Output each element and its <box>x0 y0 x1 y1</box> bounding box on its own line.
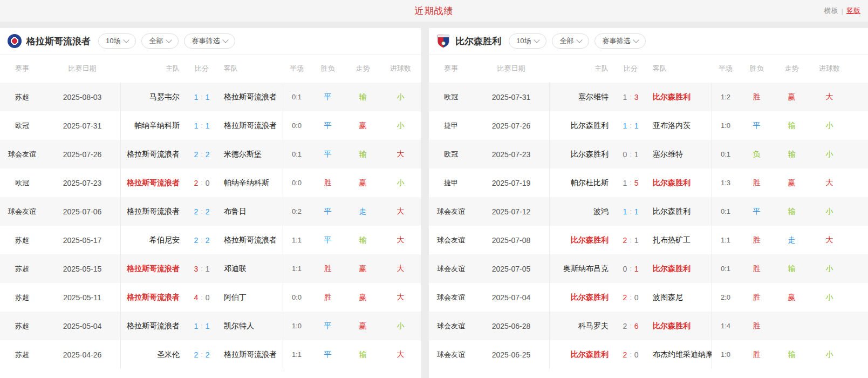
halftime-cell: 0:1 <box>712 254 739 283</box>
match-row[interactable]: 球会友谊 2025-07-06 格拉斯哥流浪者 2:2 布鲁日 0:2 平 走 … <box>0 197 421 226</box>
match-row[interactable]: 球会友谊 2025-06-28 科马罗夫 2:6 比尔森胜利 1:4 胜 <box>429 312 868 340</box>
table-header: 赛事 比赛日期 主队 比分 客队 半场 胜负 走势 进球数 <box>429 55 868 83</box>
date-cell: 2025-05-17 <box>44 226 120 254</box>
scope-dropdown[interactable]: 全部 <box>141 33 179 49</box>
result-cell: 胜 <box>739 83 774 111</box>
home-team: 格拉斯哥流浪者 <box>121 178 185 188</box>
horizontal-layout-link[interactable]: 横板 <box>824 6 838 16</box>
competition-cell: 欧冠 <box>0 111 44 140</box>
home-team: 圣米伦 <box>121 350 185 360</box>
trend-cell: 赢 <box>774 83 809 111</box>
competition-cell: 苏超 <box>0 226 44 254</box>
match-row[interactable]: 欧冠 2025-07-23 比尔森胜利 0:1 塞尔维特 0:1 负 输 小 <box>429 140 868 168</box>
match-row[interactable]: 球会友谊 2025-07-26 格拉斯哥流浪者 2:2 米德尔斯堡 0:1 平 … <box>0 140 421 168</box>
score: 1:1 <box>185 93 218 102</box>
goals-cell: 小 <box>380 168 421 197</box>
competition-filter-dropdown[interactable]: 赛事筛选 <box>184 33 235 49</box>
competition-cell: 球会友谊 <box>0 197 44 226</box>
competition-cell: 苏超 <box>0 83 44 111</box>
date-cell: 2025-07-04 <box>473 283 549 312</box>
away-team: 布杰约维采迪纳摩 <box>647 350 712 360</box>
match-cell: 比尔森胜利 2:0 波图森尼 <box>549 283 712 312</box>
result-cell: 胜 <box>739 340 774 369</box>
away-team: 米德尔斯堡 <box>218 150 283 159</box>
competition-filter-dropdown[interactable]: 赛事筛选 <box>594 33 646 49</box>
goals-cell: 大 <box>380 197 421 226</box>
halftime-cell: 1:1 <box>712 226 739 254</box>
competition-cell: 球会友谊 <box>429 197 473 226</box>
col-trend: 走势 <box>774 55 809 83</box>
result-cell: 胜 <box>310 168 345 197</box>
home-team: 科马罗夫 <box>550 321 614 331</box>
halftime-cell: 1:1 <box>283 226 310 254</box>
match-row[interactable]: 球会友谊 2025-07-08 比尔森胜利 2:1 扎布热矿工 1:1 胜 走 … <box>429 226 868 254</box>
date-cell: 2025-07-26 <box>473 111 549 140</box>
scope-dropdown[interactable]: 全部 <box>552 33 589 49</box>
match-count-value: 10场 <box>106 36 120 46</box>
match-row[interactable]: 苏超 2025-05-04 格拉斯哥流浪者 1:1 凯尔特人 1:0 平 赢 小 <box>0 312 421 340</box>
match-row[interactable]: 球会友谊 2025-07-04 比尔森胜利 2:0 波图森尼 2:0 胜 赢 小 <box>429 283 868 312</box>
trend-cell: 输 <box>774 111 809 140</box>
goals-cell: 小 <box>809 254 850 283</box>
trend-cell: 输 <box>774 140 809 168</box>
match-count-dropdown[interactable]: 10场 <box>98 33 136 49</box>
score: 2:2 <box>185 207 218 216</box>
halftime-cell: 1:1 <box>283 254 310 283</box>
date-cell: 2025-07-08 <box>473 226 549 254</box>
page-title: 近期战绩 <box>0 5 868 17</box>
home-team: 格拉斯哥流浪者 <box>121 150 185 159</box>
score: 2:6 <box>614 322 647 330</box>
away-team: 比尔森胜利 <box>647 178 712 188</box>
goals-cell <box>809 312 850 340</box>
competition-cell: 球会友谊 <box>429 226 473 254</box>
col-home: 主队 <box>549 64 614 73</box>
match-row[interactable]: 苏超 2025-05-15 格拉斯哥流浪者 3:1 邓迪联 1:1 胜 赢 大 <box>0 254 421 283</box>
halftime-cell: 1:1 <box>283 340 310 369</box>
match-row[interactable]: 欧冠 2025-07-31 帕纳辛纳科斯 1:1 格拉斯哥流浪者 0:0 平 赢… <box>0 111 421 140</box>
home-team: 格拉斯哥流浪者 <box>121 293 185 302</box>
trend-cell: 输 <box>345 140 380 168</box>
halftime-cell: 1:0 <box>283 312 310 340</box>
match-row[interactable]: 球会友谊 2025-06-25 比尔森胜利 2:0 布杰约维采迪纳摩 1:0 胜… <box>429 340 868 369</box>
chevron-down-icon <box>124 37 129 43</box>
match-row[interactable]: 苏超 2025-05-17 希伯尼安 2:2 格拉斯哥流浪者 1:1 平 输 大 <box>0 226 421 254</box>
match-cell: 科马罗夫 2:6 比尔森胜利 <box>549 312 712 340</box>
topbar: 近期战绩 横板 | 竖版 <box>0 0 868 22</box>
date-cell: 2025-07-23 <box>44 168 120 197</box>
competition-cell: 欧冠 <box>429 83 473 111</box>
match-row[interactable]: 苏超 2025-05-11 格拉斯哥流浪者 4:0 阿伯丁 0:0 胜 赢 大 <box>0 283 421 312</box>
vertical-layout-link[interactable]: 竖版 <box>846 6 860 16</box>
col-home: 主队 <box>120 64 185 73</box>
match-cell: 奥斯纳布吕克 0:1 比尔森胜利 <box>549 254 712 283</box>
match-count-dropdown[interactable]: 10场 <box>509 33 546 49</box>
date-cell: 2025-07-05 <box>473 254 549 283</box>
match-row[interactable]: 球会友谊 2025-07-12 波鸿 1:1 比尔森胜利 0:1 平 输 小 <box>429 197 868 226</box>
home-team: 希伯尼安 <box>121 235 185 245</box>
home-team: 格拉斯哥流浪者 <box>121 207 185 217</box>
col-competition: 赛事 <box>429 55 473 83</box>
home-team: 奥斯纳布吕克 <box>550 264 614 274</box>
halftime-cell: 0:1 <box>283 83 310 111</box>
match-row[interactable]: 欧冠 2025-07-31 塞尔维特 1:3 比尔森胜利 1:2 胜 赢 大 <box>429 83 868 111</box>
match-cell: 比尔森胜利 2:0 布杰约维采迪纳摩 <box>549 340 712 369</box>
goals-cell: 小 <box>809 197 850 226</box>
match-row[interactable]: 球会友谊 2025-07-05 奥斯纳布吕克 0:1 比尔森胜利 0:1 胜 输… <box>429 254 868 283</box>
trend-cell: 输 <box>774 340 809 369</box>
col-match-group: 主队 比分 客队 <box>549 55 712 83</box>
match-row[interactable]: 苏超 2025-08-03 马瑟韦尔 1:1 格拉斯哥流浪者 0:1 平 输 小 <box>0 83 421 111</box>
competition-cell: 欧冠 <box>429 140 473 168</box>
match-row[interactable]: 苏超 2025-04-26 圣米伦 2:2 格拉斯哥流浪者 1:1 平 输 大 <box>0 340 421 369</box>
match-row[interactable]: 捷甲 2025-07-26 比尔森胜利 1:1 亚布洛内茨 1:0 平 输 小 <box>429 111 868 140</box>
score: 3:1 <box>185 265 218 273</box>
away-team: 比尔森胜利 <box>647 321 712 331</box>
competition-cell: 球会友谊 <box>0 140 44 168</box>
match-row[interactable]: 欧冠 2025-07-23 格拉斯哥流浪者 2:0 帕纳辛纳科斯 0:0 胜 赢… <box>0 168 421 197</box>
match-row[interactable]: 捷甲 2025-07-19 帕尔杜比斯 1:5 比尔森胜利 1:3 胜 赢 大 <box>429 168 868 197</box>
goals-cell: 大 <box>809 83 850 111</box>
goals-cell: 大 <box>380 340 421 369</box>
competition-cell: 苏超 <box>0 312 44 340</box>
goals-cell: 小 <box>380 83 421 111</box>
team-name: 比尔森胜利 <box>455 35 501 48</box>
trend-cell: 输 <box>345 83 380 111</box>
match-cell: 格拉斯哥流浪者 1:1 凯尔特人 <box>120 312 283 340</box>
